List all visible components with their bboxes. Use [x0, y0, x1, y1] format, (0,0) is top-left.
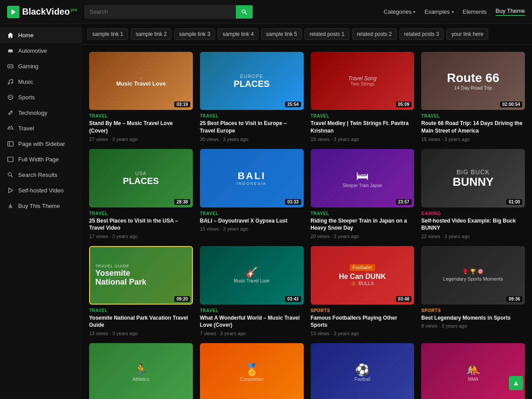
sidebar-item-technology[interactable]: Technology [0, 105, 82, 121]
quicklink-4[interactable]: sample link 4 [218, 28, 258, 40]
sidebar-item-sports[interactable]: Sports [0, 90, 82, 105]
svg-rect-9 [8, 141, 13, 146]
video-thumb-1: ♪ Music Travel Love 03:19 [89, 52, 193, 110]
video-thumb-15: ⚽ Football [311, 343, 415, 399]
quicklink-1[interactable]: sample link 1 [87, 28, 128, 40]
search-button[interactable] [236, 5, 253, 19]
sidebar-item-travel[interactable]: Travel [0, 121, 82, 136]
search-bar [84, 5, 253, 19]
nav-buy-theme[interactable]: Buy Theme [496, 8, 525, 16]
search-input[interactable] [84, 5, 236, 19]
video-thumb-14: 🏅 Competition [200, 343, 304, 399]
logo[interactable]: BlackVideopro [7, 6, 77, 18]
quicklink-related-1[interactable]: related posts 1 [305, 28, 349, 40]
video-thumb-10: 🎸 Music Travel Love 03:43 [200, 246, 304, 304]
video-card-8[interactable]: Big Buck BUNNY 01:00 GAMING Self-hosted … [421, 149, 525, 239]
svg-point-6 [11, 66, 12, 67]
sidebar-item-self-hosted-video[interactable]: Self-hosted Video [0, 183, 82, 198]
video-thumb-2: EUROPE PLACES 25:54 [200, 52, 304, 110]
video-thumb-11: Footballer He Can DUNK ⛹ BULLS 03:48 [311, 246, 415, 304]
video-card-1[interactable]: ♪ Music Travel Love 03:19 TRAVEL Stand B… [89, 52, 193, 142]
sidebar-item-search-results[interactable]: Search Results [0, 167, 82, 183]
quicklink-5[interactable]: sample link 5 [261, 28, 302, 40]
video-thumb-9: TRAVEL GUIDE YosemiteNational Park 09:20 [89, 246, 193, 304]
video-thumb-7: 🛏 Sleeper Train Japan 23:57 [311, 149, 415, 207]
sidebar-item-full-width-page[interactable]: Full Width Page [0, 152, 82, 167]
sidebar-item-music[interactable]: Music [0, 74, 82, 90]
quicklink-2[interactable]: sample link 2 [131, 28, 172, 40]
sidebar-item-gaming[interactable]: Gaming [0, 59, 82, 74]
video-card-6[interactable]: BALI INDONESIA 03:33 TRAVEL BALI – Doyou… [200, 149, 304, 239]
video-card-7[interactable]: 🛏 Sleeper Train Japan 23:57 TRAVEL Ridin… [311, 149, 415, 239]
video-card-2[interactable]: EUROPE PLACES 25:54 TRAVEL 25 Best Place… [200, 52, 304, 142]
video-thumb-4: Route 66 14 Day Road Trip 02:00:54 [421, 52, 525, 110]
video-thumb-5: USA PLACES 28:38 [89, 149, 193, 207]
sidebar-item-page-with-sidebar[interactable]: Page with Sidebar [0, 136, 82, 152]
video-card-15[interactable]: ⚽ Football SPORTS Football Amazing Goals… [311, 343, 415, 399]
video-card-3[interactable]: Travel Song Twin Strings 05:09 TRAVEL Tr… [311, 52, 415, 142]
logo-text: BlackVideopro [22, 7, 77, 17]
video-thumb-12: 🥊 🏆 🎯 Legendary Sports Moments 09:36 [421, 246, 525, 304]
main-content: sample link 1 sample link 2 sample link … [82, 24, 532, 399]
quicklink-related-3[interactable]: related posts 3 [399, 28, 444, 40]
svg-line-13 [11, 176, 13, 177]
video-card-14[interactable]: 🏅 Competition SPORTS Sports Competition … [200, 343, 304, 399]
quicklink-related-2[interactable]: related posts 2 [352, 28, 397, 40]
sidebar: Home Automotive Gaming Music Sports Tech… [0, 24, 82, 399]
svg-point-12 [8, 172, 12, 176]
video-thumb-13: 🏃 Athletics [89, 343, 193, 399]
svg-line-2 [245, 12, 246, 14]
video-card-12[interactable]: 🥊 🏆 🎯 Legendary Sports Moments 09:36 SPO… [421, 246, 525, 336]
nav-categories[interactable]: Categories▾ [384, 8, 416, 15]
svg-marker-14 [9, 188, 13, 193]
header: BlackVideopro Categories▾ Examples▾ Elem… [0, 0, 532, 24]
video-thumb-6: BALI INDONESIA 03:33 [200, 149, 304, 207]
video-grid: ♪ Music Travel Love 03:19 TRAVEL Stand B… [82, 45, 532, 399]
video-thumb-3: Travel Song Twin Strings 05:09 [311, 52, 415, 110]
svg-marker-0 [12, 9, 16, 15]
logo-icon [7, 6, 20, 18]
sidebar-item-automotive[interactable]: Automotive [0, 43, 82, 59]
svg-point-7 [12, 66, 13, 67]
header-nav: Categories▾ Examples▾ Elements Buy Theme [384, 8, 525, 16]
video-card-4[interactable]: Route 66 14 Day Road Trip 02:00:54 TRAVE… [421, 52, 525, 142]
nav-examples[interactable]: Examples▾ [424, 8, 454, 15]
video-card-9[interactable]: TRAVEL GUIDE YosemiteNational Park 09:20… [89, 246, 193, 336]
video-card-10[interactable]: 🎸 Music Travel Love 03:43 TRAVEL What A … [200, 246, 304, 336]
video-card-13[interactable]: 🏃 Athletics SPORTS Track & Field Greates… [89, 343, 193, 399]
scroll-to-top-button[interactable]: ▲ [509, 376, 523, 390]
quicklinks-bar: sample link 1 sample link 2 sample link … [82, 24, 532, 45]
sidebar-item-buy-this-theme[interactable]: Buy This Theme [0, 198, 82, 214]
quicklink-your-link[interactable]: your link here [446, 28, 488, 40]
video-card-5[interactable]: USA PLACES 28:38 TRAVEL 25 Best Places t… [89, 149, 193, 239]
sidebar-item-home[interactable]: Home [0, 27, 82, 43]
svg-rect-11 [8, 157, 13, 162]
nav-elements[interactable]: Elements [463, 8, 487, 15]
video-thumb-8: Big Buck BUNNY 01:00 [421, 149, 525, 207]
svg-point-1 [242, 10, 245, 13]
video-card-16[interactable]: 🤼 MMA SPORTS MMA Best Knockouts 9 views … [421, 343, 525, 399]
video-card-11[interactable]: Footballer He Can DUNK ⛹ BULLS 03:48 SPO… [311, 246, 415, 336]
page-layout: Home Automotive Gaming Music Sports Tech… [0, 24, 532, 399]
video-thumb-16: 🤼 MMA [421, 343, 525, 399]
quicklink-3[interactable]: sample link 3 [174, 28, 215, 40]
